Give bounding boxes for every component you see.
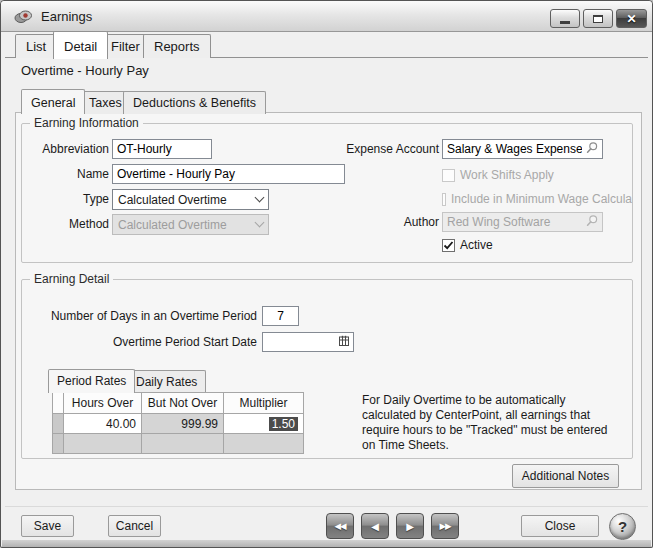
cancel-button[interactable]: Cancel bbox=[108, 515, 161, 537]
nav-first-button[interactable]: ◀◀ bbox=[326, 513, 354, 539]
window-title: Earnings bbox=[41, 9, 92, 24]
search-icon bbox=[586, 214, 599, 230]
tab-daily-rates[interactable]: Daily Rates bbox=[127, 370, 206, 393]
earning-information-group: Earning Information Abbreviation Name Ty… bbox=[21, 123, 633, 263]
type-dropdown[interactable]: Calculated Overtime bbox=[112, 189, 269, 210]
chevron-down-icon bbox=[250, 190, 268, 209]
earnings-window: Earnings ✕ List Detail Filter Reports Ov… bbox=[0, 0, 653, 548]
multiplier-cell[interactable] bbox=[224, 434, 304, 454]
active-checkbox[interactable]: Active bbox=[442, 238, 493, 252]
table-row bbox=[53, 434, 304, 454]
tab-detail[interactable]: Detail bbox=[53, 31, 108, 59]
overtime-start-date-field[interactable] bbox=[262, 332, 354, 352]
period-rates-table: Hours Over But Not Over Multiplier 40.00… bbox=[52, 392, 304, 454]
table-header-row: Hours Over But Not Over Multiplier bbox=[53, 393, 304, 414]
help-icon[interactable]: ? bbox=[609, 513, 636, 540]
overtime-start-date-input[interactable] bbox=[263, 335, 338, 349]
author-field bbox=[442, 212, 603, 232]
window-bottom-frame bbox=[2, 540, 651, 547]
work-shifts-apply-checkbox: Work Shifts Apply bbox=[442, 168, 554, 182]
daily-overtime-note: For Daily Overtime to be automatically c… bbox=[362, 393, 614, 453]
but-not-over-cell[interactable]: 999.99 bbox=[142, 414, 224, 434]
footer-separator bbox=[5, 506, 648, 507]
multiplier-header: Multiplier bbox=[224, 393, 304, 414]
tab-general[interactable]: General bbox=[21, 89, 85, 114]
overtime-days-input[interactable] bbox=[262, 306, 299, 326]
record-title: Overtime - Hourly Pay bbox=[21, 63, 149, 78]
row-selector-header bbox=[53, 393, 64, 414]
tab-reports[interactable]: Reports bbox=[143, 34, 211, 58]
name-input[interactable] bbox=[112, 164, 345, 184]
close-icon: ✕ bbox=[626, 12, 636, 26]
nav-previous-button[interactable]: ◀ bbox=[361, 513, 389, 539]
maximize-button[interactable] bbox=[583, 9, 613, 28]
minimize-icon bbox=[560, 21, 570, 24]
tab-list[interactable]: List bbox=[15, 34, 57, 58]
expense-account-label: Expense Account bbox=[322, 142, 439, 156]
hours-over-cell[interactable]: 40.00 bbox=[64, 414, 142, 434]
expense-account-field[interactable] bbox=[442, 139, 603, 159]
name-label: Name bbox=[22, 167, 109, 181]
checkbox-unchecked-icon bbox=[442, 169, 455, 182]
app-icon bbox=[14, 9, 33, 27]
hours-over-cell[interactable] bbox=[64, 434, 142, 454]
min-wage-checkbox: Include in Minimum Wage Calcula bbox=[442, 192, 632, 206]
save-button[interactable]: Save bbox=[21, 515, 74, 537]
nav-last-button[interactable]: ▶▶ bbox=[431, 513, 459, 539]
multiplier-cell[interactable]: 1.50 bbox=[224, 414, 304, 434]
next-record-icon: ▶ bbox=[406, 521, 414, 532]
close-button[interactable]: Close bbox=[521, 515, 599, 537]
earning-information-legend: Earning Information bbox=[30, 116, 143, 130]
earning-detail-legend: Earning Detail bbox=[30, 272, 113, 286]
checkbox-unchecked-icon bbox=[442, 193, 446, 206]
nav-next-button[interactable]: ▶ bbox=[396, 513, 424, 539]
overtime-days-label: Number of Days in an Overtime Period bbox=[22, 309, 257, 323]
previous-record-icon: ◀ bbox=[371, 521, 379, 532]
type-label: Type bbox=[22, 192, 109, 206]
author-input bbox=[443, 215, 586, 229]
first-record-icon: ◀◀ bbox=[334, 521, 345, 531]
table-row: 40.00 999.99 1.50 bbox=[53, 414, 304, 434]
but-not-over-cell[interactable] bbox=[142, 434, 224, 454]
checkbox-checked-icon bbox=[442, 239, 455, 252]
author-label: Author bbox=[322, 215, 439, 229]
overtime-start-date-label: Overtime Period Start Date bbox=[22, 335, 257, 349]
earning-detail-group: Earning Detail Number of Days in an Over… bbox=[21, 279, 633, 459]
hours-over-header: Hours Over bbox=[64, 393, 142, 414]
last-record-icon: ▶▶ bbox=[439, 521, 450, 531]
selected-cell-value: 1.50 bbox=[269, 417, 298, 431]
additional-notes-button[interactable]: Additional Notes bbox=[512, 464, 619, 488]
search-icon[interactable] bbox=[586, 141, 599, 157]
title-bar: Earnings ✕ bbox=[1, 1, 652, 32]
tab-period-rates[interactable]: Period Rates bbox=[48, 369, 135, 393]
close-window-button[interactable]: ✕ bbox=[616, 9, 647, 28]
tab-deductions-benefits[interactable]: Deductions & Benefits bbox=[123, 91, 266, 114]
maximize-icon bbox=[593, 15, 603, 23]
expense-account-input[interactable] bbox=[443, 142, 586, 156]
but-not-over-header: But Not Over bbox=[142, 393, 224, 414]
general-tab-panel: Earning Information Abbreviation Name Ty… bbox=[15, 112, 642, 490]
calendar-icon[interactable] bbox=[338, 335, 350, 350]
main-tab-strip: List Detail Filter Reports bbox=[5, 34, 648, 58]
minimize-button[interactable] bbox=[550, 9, 580, 28]
row-selector[interactable] bbox=[53, 434, 64, 454]
row-selector[interactable] bbox=[53, 414, 64, 434]
